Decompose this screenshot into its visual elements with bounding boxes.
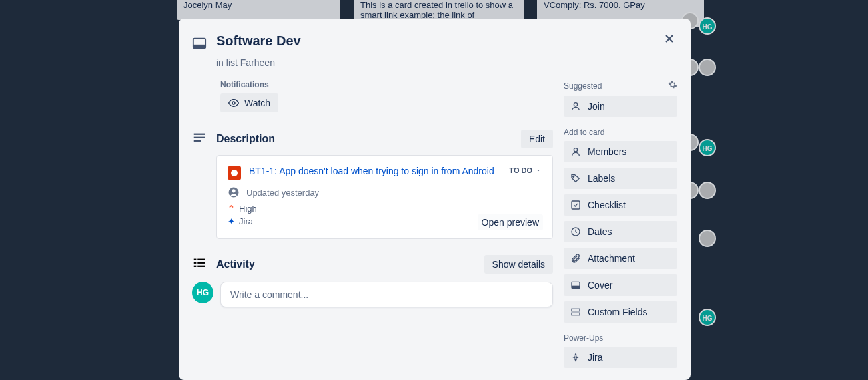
user-icon xyxy=(570,101,581,112)
jira-bug-icon xyxy=(228,166,241,180)
join-button[interactable]: Join xyxy=(564,96,677,117)
suggested-label: Suggested xyxy=(564,80,677,91)
user-icon xyxy=(570,146,581,157)
settings-button[interactable] xyxy=(668,80,677,91)
svg-rect-13 xyxy=(197,266,205,267)
dates-button[interactable]: Dates xyxy=(564,221,677,242)
comment-composer: HG Write a comment... xyxy=(192,282,553,307)
user-avatar: HG xyxy=(192,282,213,303)
priority-high-icon: ⌃ xyxy=(228,204,235,214)
svg-rect-4 xyxy=(194,137,205,138)
svg-point-16 xyxy=(573,176,574,177)
edit-description-button[interactable]: Edit xyxy=(521,130,553,148)
jira-icon xyxy=(570,352,581,363)
priority-tag: ⌃ High xyxy=(228,204,542,214)
notifications-label: Notifications xyxy=(220,80,553,89)
description-header: Description Edit xyxy=(192,130,553,148)
check-icon xyxy=(570,200,581,210)
card-list-location: in list Farheen xyxy=(216,57,677,68)
custom-fields-button[interactable]: Custom Fields xyxy=(564,301,677,323)
bg-card: Jocelyn May xyxy=(177,0,340,20)
fields-icon xyxy=(570,307,581,317)
attachment-button[interactable]: Attachment xyxy=(564,248,677,269)
svg-rect-10 xyxy=(194,262,197,264)
main-column: Notifications Watch Description Edit BT1… xyxy=(192,80,553,379)
svg-point-7 xyxy=(232,189,235,192)
description-heading: Description xyxy=(216,133,512,145)
svg-point-14 xyxy=(574,103,577,106)
members-button[interactable]: Members xyxy=(564,141,677,162)
svg-rect-12 xyxy=(194,266,197,267)
smartlink-title[interactable]: BT1-1: App doesn't load when trying to s… xyxy=(249,165,494,178)
gear-icon xyxy=(668,80,677,89)
card-header: Software Dev xyxy=(192,33,677,53)
svg-point-15 xyxy=(574,148,577,152)
smartlink-meta: Updated yesterday xyxy=(228,186,542,198)
cover-button[interactable]: Cover xyxy=(564,274,677,296)
status-dropdown[interactable]: TO DO xyxy=(509,166,542,174)
open-preview-button[interactable]: Open preview xyxy=(478,214,543,230)
svg-rect-17 xyxy=(572,201,580,209)
user-icon xyxy=(228,186,240,198)
jira-powerup-button[interactable]: Jira xyxy=(564,347,677,368)
watch-button[interactable]: Watch xyxy=(220,93,278,112)
svg-rect-8 xyxy=(194,259,197,260)
checklist-button[interactable]: Checklist xyxy=(564,194,677,216)
list-link[interactable]: Farheen xyxy=(240,57,275,68)
chevron-down-icon xyxy=(535,167,542,174)
jira-smartlink-card: BT1-1: App doesn't load when trying to s… xyxy=(216,155,553,239)
svg-rect-1 xyxy=(193,45,205,49)
powerups-label: Power-Ups xyxy=(564,333,677,343)
labels-button[interactable]: Labels xyxy=(564,168,677,189)
eye-icon xyxy=(228,98,239,108)
activity-heading: Activity xyxy=(216,258,475,270)
close-button[interactable] xyxy=(659,28,680,49)
jira-icon: ✦ xyxy=(228,216,235,226)
close-icon xyxy=(663,32,676,45)
comment-input[interactable]: Write a comment... xyxy=(220,282,553,307)
svg-rect-21 xyxy=(572,309,580,311)
cover-icon xyxy=(570,280,581,291)
sidebar: Suggested Join Add to card Members xyxy=(564,80,677,379)
svg-rect-3 xyxy=(194,134,205,135)
activity-header: Activity Show details xyxy=(192,255,553,274)
tag-icon xyxy=(570,173,581,184)
svg-rect-22 xyxy=(572,313,580,315)
card-icon xyxy=(192,36,207,53)
svg-rect-11 xyxy=(197,262,205,264)
clock-icon xyxy=(570,226,581,237)
add-to-card-label: Add to card xyxy=(564,128,677,137)
description-icon xyxy=(192,130,207,148)
svg-rect-5 xyxy=(194,140,201,142)
paperclip-icon xyxy=(570,253,581,264)
card-modal: Software Dev in list Farheen Notificatio… xyxy=(179,19,691,380)
svg-rect-9 xyxy=(197,259,205,260)
svg-point-2 xyxy=(232,102,235,104)
card-title[interactable]: Software Dev xyxy=(216,33,301,49)
show-details-button[interactable]: Show details xyxy=(484,255,553,274)
activity-icon xyxy=(192,256,207,273)
svg-rect-20 xyxy=(572,286,580,289)
